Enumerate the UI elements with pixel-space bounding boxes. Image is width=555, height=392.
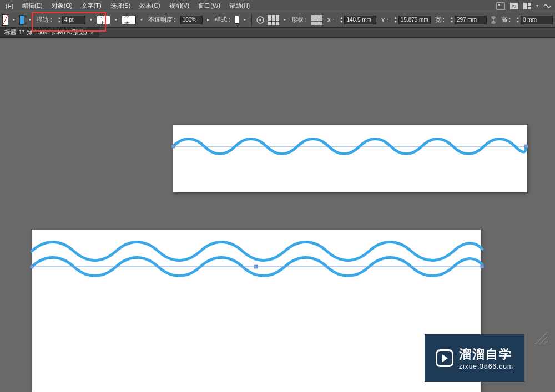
graphic-style-swatch[interactable] (235, 16, 239, 24)
menu-type[interactable]: 文字(T) (78, 1, 105, 11)
chevron-down-icon[interactable]: ▾ (28, 17, 32, 22)
selection-handle-left[interactable] (171, 145, 175, 148)
stroke-swatch[interactable] (19, 15, 24, 25)
x-input[interactable] (344, 16, 376, 24)
stroke-weight-stepper[interactable]: ▲▼ (57, 15, 85, 25)
menu-window[interactable]: 窗口(W) (195, 1, 224, 11)
wave-object-2[interactable] (25, 235, 491, 284)
menu-file[interactable]: (F) (2, 2, 17, 11)
svg-rect-6 (528, 7, 531, 9)
opacity-label: 不透明度 : (147, 16, 177, 24)
play-icon (436, 349, 453, 367)
control-bar: ▾ ▾ 描边 : ▲▼ ▾ 等比 ▾ 基本 ▾ 不透明度 : ▸ 样式 : ▾ … (0, 12, 555, 28)
y-input[interactable] (398, 16, 431, 24)
menu-effect[interactable]: 效果(C) (136, 1, 163, 11)
bridge-icon[interactable] (495, 1, 506, 11)
style-label: 样式 : (214, 16, 231, 24)
stroke-style-dropdown[interactable]: 等比 (97, 16, 110, 24)
shape-label: 形状 : (290, 16, 308, 24)
watermark: 溜溜自学 zixue.3d66.com (425, 334, 524, 382)
svg-rect-0 (497, 3, 504, 9)
document-tab-title: 标题-1* @ 100% (CMYK/预览) (4, 28, 87, 37)
watermark-url: zixue.3d66.com (459, 363, 513, 370)
menu-bar: (F) 编辑(E) 对象(O) 文字(T) 选择(S) 效果(C) 视图(V) … (0, 0, 555, 12)
gpu-icon[interactable] (542, 1, 553, 11)
menu-view[interactable]: 视图(V) (166, 1, 193, 11)
menu-help[interactable]: 帮助(H) (226, 1, 253, 11)
wave-object-1[interactable] (167, 132, 533, 165)
artboard-resize-icon[interactable] (534, 331, 548, 345)
h-stepper[interactable]: ▲▼ (515, 15, 553, 25)
svg-rect-1 (498, 4, 500, 6)
fill-swatch[interactable] (2, 14, 8, 26)
y-stepper[interactable]: ▲▼ (393, 15, 431, 25)
chevron-right-icon[interactable]: ▸ (206, 17, 210, 22)
chevron-down-icon[interactable]: ▾ (12, 17, 16, 22)
selection-handle-mid[interactable] (254, 265, 258, 268)
wave-path-2a[interactable] (32, 242, 482, 261)
stock-icon[interactable]: St (508, 1, 519, 11)
chevron-down-icon[interactable]: ▾ (89, 17, 93, 22)
menu-edit[interactable]: 编辑(E) (19, 1, 46, 11)
arrange-icon[interactable] (522, 1, 533, 11)
x-stepper[interactable]: ▲▼ (339, 15, 376, 25)
w-label: 宽 : (434, 16, 446, 24)
h-input[interactable] (521, 16, 553, 24)
chevron-down-icon[interactable]: ▾ (282, 17, 287, 22)
x-label: X : (326, 17, 335, 23)
stroke-profile-dropdown[interactable]: 基本 (122, 16, 135, 24)
document-tab[interactable]: 标题-1* @ 100% (CMYK/预览) × (0, 28, 99, 37)
transform-icon[interactable] (311, 15, 322, 25)
w-input[interactable] (455, 16, 487, 24)
y-label: Y : (380, 17, 389, 23)
stroke-label: 描边 : (36, 16, 53, 24)
h-label: 高 : (500, 16, 512, 24)
close-icon[interactable]: × (90, 29, 94, 36)
selection-handle-left[interactable] (30, 265, 33, 268)
opacity-input[interactable] (180, 16, 203, 24)
svg-text:St: St (512, 4, 517, 9)
chevron-down-icon[interactable]: ▾ (139, 17, 144, 22)
selection-handle-right[interactable] (524, 145, 528, 148)
svg-point-8 (259, 19, 261, 21)
selection-handle-right[interactable] (481, 265, 484, 268)
document-tabbar: 标题-1* @ 100% (CMYK/预览) × (0, 28, 555, 38)
menu-select[interactable]: 选择(S) (107, 1, 134, 11)
chevron-down-icon[interactable]: ▾ (535, 3, 539, 8)
align-icon[interactable] (268, 15, 279, 25)
chevron-down-icon[interactable]: ▾ (114, 17, 118, 22)
stroke-weight-input[interactable] (62, 16, 85, 24)
chevron-down-icon[interactable]: ▾ (243, 17, 247, 22)
link-icon[interactable] (490, 15, 497, 25)
menu-object[interactable]: 对象(O) (48, 1, 76, 11)
w-stepper[interactable]: ▲▼ (449, 15, 487, 25)
svg-rect-4 (523, 3, 527, 9)
svg-rect-5 (528, 3, 531, 6)
recolor-icon[interactable] (256, 15, 265, 25)
watermark-title: 溜溜自学 (459, 346, 512, 363)
